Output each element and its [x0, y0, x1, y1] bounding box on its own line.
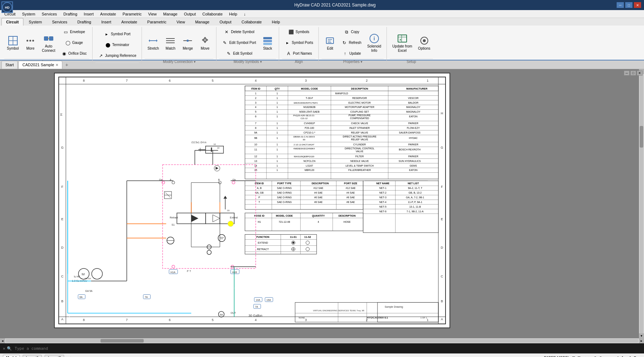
refresh-button[interactable]: ↻ Refresh: [339, 38, 364, 48]
close-button[interactable]: ✕: [634, 2, 641, 8]
scroll-left-button[interactable]: ◄: [0, 338, 5, 343]
envelope-button[interactable]: ▭ Envelope: [59, 27, 89, 37]
snap-icon[interactable]: ⊟: [577, 356, 581, 357]
tab-close-icon[interactable]: ✕: [55, 63, 58, 67]
menu-more[interactable]: ↓: [241, 11, 249, 17]
jumping-reference-button[interactable]: ↗ Jumping Reference: [95, 51, 139, 61]
tab-drafting[interactable]: Drafting: [73, 18, 96, 26]
tab-parametric[interactable]: Parametric: [143, 18, 171, 26]
edit-properties-button[interactable]: Edit: [322, 31, 338, 54]
terminator-button[interactable]: ⬤ Terminator: [95, 40, 139, 50]
svg-text:GA, GB: GA, GB: [255, 191, 264, 194]
orifice-disc-icon: ◉: [61, 51, 67, 57]
viewport-minimize[interactable]: ─: [624, 71, 630, 76]
more-button[interactable]: More: [22, 31, 39, 54]
tab-system[interactable]: System: [24, 18, 47, 26]
stack-button[interactable]: Stack: [259, 31, 276, 54]
horizontal-scroll-area: ◄ ►: [0, 338, 644, 343]
annotation-icon[interactable]: A: [617, 356, 620, 357]
edit-symbol-button[interactable]: ✎ Edit Symbol: [219, 49, 258, 59]
layout2-tab[interactable]: Layout2: [45, 355, 64, 357]
tab-collaborate[interactable]: Collaborate: [237, 18, 266, 26]
canvas-area[interactable]: ─ □ ✕ 8 7 6 5 4 3 2 1: [0, 69, 644, 338]
zoom-in-icon[interactable]: ⊕: [594, 356, 597, 357]
menu-drafting[interactable]: Drafting: [61, 11, 80, 17]
scroll-thumb-vertical[interactable]: [640, 126, 643, 148]
viewport-close[interactable]: ✕: [637, 71, 643, 76]
tab-start[interactable]: Start: [1, 61, 18, 69]
symbol-button[interactable]: Symbol: [4, 31, 21, 54]
new-tab-button[interactable]: +: [63, 61, 70, 68]
settings-icon[interactable]: ⚙: [633, 356, 637, 357]
port-names-align-button[interactable]: A Port Names: [282, 49, 316, 59]
symbol-port-button[interactable]: ▸ Symbol Port: [95, 29, 139, 39]
orifice-disc-button[interactable]: ◉ Orifice Disc: [59, 49, 89, 59]
tab-services[interactable]: Services: [48, 18, 72, 26]
menu-system[interactable]: System: [19, 11, 38, 17]
minimize-button[interactable]: ─: [617, 2, 624, 8]
svg-text:VALVE: VALVE: [356, 150, 364, 153]
tab-insert[interactable]: Insert: [97, 18, 116, 26]
tab-cad2021-sample[interactable]: CAD2021 Sample ✕: [18, 61, 62, 69]
menu-view[interactable]: View: [145, 11, 160, 17]
viewport-restore[interactable]: □: [630, 71, 636, 76]
svg-text:DB08A-01-C-N-330V3: DB08A-01-C-N-330V3: [294, 136, 315, 138]
vertical-scrollbar[interactable]: ▲ ▼: [639, 69, 644, 338]
edit-symbol-port-button[interactable]: ✎ Edit Symbol Port: [219, 38, 258, 48]
scroll-down-button[interactable]: ▼: [639, 333, 644, 338]
update-label: Update: [349, 51, 361, 56]
grid-icon[interactable]: ⊞: [572, 356, 575, 357]
restore-button[interactable]: □: [625, 2, 632, 8]
title-bar-text: HyDraw CAD 2021 CAD2021 Sample.dwg: [53, 3, 617, 8]
scroll-thumb-horizontal[interactable]: [100, 339, 144, 343]
svg-text:ITEM ID: ITEM ID: [255, 182, 264, 185]
align-group-label: Align: [282, 59, 316, 64]
solenoid-info-button[interactable]: i SolenoidInfo: [365, 31, 384, 54]
match-button[interactable]: Match: [162, 31, 179, 54]
tab-output[interactable]: Output: [215, 18, 236, 26]
svg-text:NCFCLCN: NCFCLCN: [303, 160, 315, 162]
new-layout-button[interactable]: +: [67, 354, 74, 357]
merge-button[interactable]: Merge: [179, 31, 196, 54]
move-button[interactable]: ✥ Move: [197, 31, 213, 54]
model-tab[interactable]: Model: [3, 355, 20, 357]
svg-text:ITEM ID: ITEM ID: [251, 87, 260, 90]
undo-nav-icon[interactable]: ↩: [583, 356, 586, 357]
auto-connect-button[interactable]: AutoConnect: [39, 31, 58, 54]
tab-manage[interactable]: Manage: [191, 18, 214, 26]
menu-services[interactable]: Services: [39, 11, 60, 17]
layout1-tab[interactable]: Layout1: [23, 355, 42, 357]
stretch-button[interactable]: Stretch: [145, 31, 161, 54]
gauge-button[interactable]: ◯ Gauge: [59, 38, 89, 48]
menu-insert[interactable]: Insert: [81, 11, 97, 17]
pan-right-icon[interactable]: →: [611, 356, 614, 357]
tab-help[interactable]: Help: [267, 18, 285, 26]
svg-text:1: 1: [277, 143, 278, 146]
menu-icon[interactable]: ≡: [639, 356, 641, 357]
zoom-out-icon[interactable]: ⊖: [599, 356, 602, 357]
pan-left-icon[interactable]: ←: [604, 356, 608, 357]
tab-circuit[interactable]: Circuit: [1, 18, 23, 26]
tab-view[interactable]: View: [172, 18, 190, 26]
update-from-excel-button[interactable]: X Update fromExcel: [390, 31, 415, 54]
menu-help[interactable]: Help: [226, 11, 240, 17]
options-button[interactable]: Options: [415, 31, 433, 54]
copy-properties-button[interactable]: ⧉ Copy: [339, 27, 364, 37]
scroll-right-button[interactable]: ►: [639, 338, 644, 343]
svg-text:A: A: [441, 317, 443, 321]
delete-symbol-button[interactable]: ✕ Delete Symbol: [219, 27, 258, 37]
menu-output[interactable]: Output: [181, 11, 199, 17]
menu-annotate[interactable]: Annotate: [97, 11, 119, 17]
update-button[interactable]: ↑ Update: [339, 49, 364, 59]
tab-annotate[interactable]: Annotate: [117, 18, 142, 26]
menu-manage[interactable]: Manage: [160, 11, 180, 17]
svg-text:P: P: [187, 270, 189, 272]
symbols-align-button[interactable]: ⬛ Symbols: [282, 27, 316, 37]
symbol-ports-align-button[interactable]: ▸ Symbol Ports: [282, 38, 316, 48]
menu-collaborate[interactable]: Collaborate: [200, 11, 225, 17]
svg-rect-22: [263, 40, 272, 42]
command-input[interactable]: [15, 346, 641, 351]
redo-nav-icon[interactable]: ↪: [588, 356, 591, 357]
svg-text:MODEL CODE: MODEL CODE: [276, 214, 293, 217]
menu-parametric[interactable]: Parametric: [120, 11, 144, 17]
